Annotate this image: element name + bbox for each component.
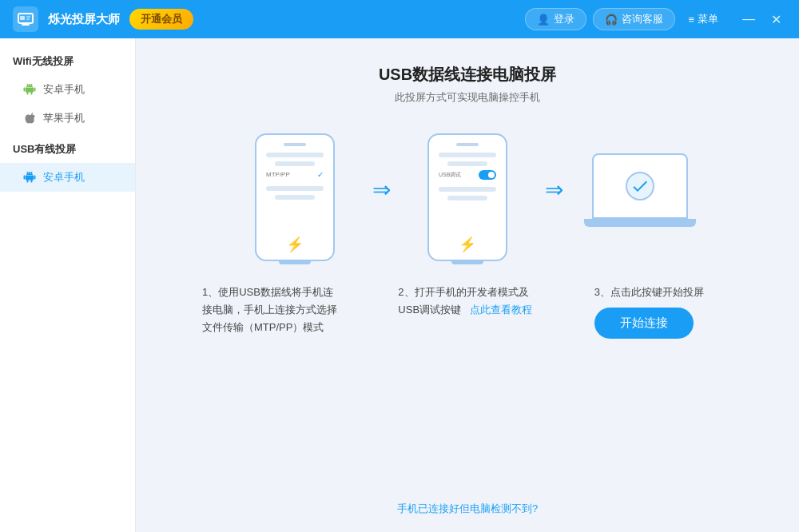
phone-line-5 xyxy=(439,153,496,157)
android-wifi-label: 安卓手机 xyxy=(43,82,85,97)
phone-speaker-2 xyxy=(456,143,479,146)
phone-mock-1: MTP/PP ✓ ⚡ xyxy=(255,133,335,261)
minimize-button[interactable]: — xyxy=(737,10,760,28)
phone-mock-2: USB调试 ⚡ xyxy=(427,133,507,261)
phone-line-6 xyxy=(447,161,487,166)
phone-toggle-row: USB调试 xyxy=(439,170,496,180)
step2-desc: 2、打开手机的开发者模式及USB调试按键 点此查看教程 xyxy=(392,284,543,319)
phone-check-icon: ✓ xyxy=(317,170,324,179)
sidebar-item-apple-wifi[interactable]: 苹果手机 xyxy=(0,104,135,133)
svg-rect-2 xyxy=(20,16,25,20)
window-controls: — ✕ xyxy=(737,10,786,29)
step1-diagram: MTP/PP ✓ ⚡ xyxy=(231,133,359,261)
phone-line-1 xyxy=(266,153,324,157)
phone-line-8 xyxy=(447,196,487,200)
phone-bottom-bar-1 xyxy=(279,261,311,264)
sidebar-item-android-wifi[interactable]: 安卓手机 xyxy=(0,75,135,104)
vip-button[interactable]: 开通会员 xyxy=(129,9,193,30)
phone-line-3 xyxy=(266,186,324,191)
toggle-circle xyxy=(488,172,495,178)
svg-rect-4 xyxy=(26,18,30,20)
phone-line-4 xyxy=(275,195,315,200)
menu-button[interactable]: ≡ 菜单 xyxy=(682,9,725,30)
right-arrow-icon-1: ⇒ xyxy=(372,177,391,203)
phone-speaker-1 xyxy=(284,143,306,146)
steps-row: MTP/PP ✓ ⚡ ⇒ xyxy=(231,133,704,261)
apple-icon xyxy=(22,111,37,125)
laptop-mock xyxy=(584,153,696,241)
android-icon-1 xyxy=(22,82,37,97)
step2-diagram: USB调试 ⚡ xyxy=(403,133,531,261)
content-subtitle: 此投屏方式可实现电脑操控手机 xyxy=(395,90,540,105)
usb-toggle xyxy=(479,170,496,180)
arrow-1: ⇒ xyxy=(359,177,403,203)
apple-wifi-label: 苹果手机 xyxy=(43,111,85,125)
android-icon-2 xyxy=(22,170,37,185)
right-arrow-icon-2: ⇒ xyxy=(545,177,563,203)
app-name: 烁光投屏大师 xyxy=(48,12,120,27)
usb-icon-1: ⚡ xyxy=(286,236,304,253)
phone-bottom-bar-2 xyxy=(451,261,483,264)
titlebar: 烁光投屏大师 开通会员 👤 登录 🎧 咨询客服 ≡ 菜单 — ✕ xyxy=(0,0,799,38)
phone-line-7 xyxy=(439,187,496,192)
usb-debug-label: USB调试 xyxy=(439,171,475,179)
svg-rect-3 xyxy=(26,16,30,18)
phone-option-row: MTP/PP ✓ xyxy=(266,170,324,179)
sidebar: Wifi无线投屏 安卓手机 苹果手机 USB有线投屏 xyxy=(0,38,136,532)
main-layout: Wifi无线投屏 安卓手机 苹果手机 USB有线投屏 xyxy=(0,38,799,532)
sidebar-item-android-usb[interactable]: 安卓手机 xyxy=(0,163,135,192)
steps-desc-row: 1、使用USB数据线将手机连接电脑，手机上连接方式选择文件传输（MTP/PP）模… xyxy=(196,284,739,339)
login-icon: 👤 xyxy=(537,14,550,26)
phone-line-2 xyxy=(275,161,315,166)
usb-section-title: USB有线投屏 xyxy=(0,133,135,163)
step3-desc: 3、点击此按键开始投屏 开始连接 xyxy=(588,284,739,339)
app-logo xyxy=(13,6,38,32)
android-usb-label: 安卓手机 xyxy=(43,170,85,185)
support-icon: 🎧 xyxy=(605,14,618,26)
svg-rect-1 xyxy=(22,24,30,26)
arrow-2: ⇒ xyxy=(531,177,576,203)
support-button[interactable]: 🎧 咨询客服 xyxy=(593,8,675,30)
step1-desc: 1、使用USB数据线将手机连接电脑，手机上连接方式选择文件传输（MTP/PP）模… xyxy=(196,284,347,336)
bottom-link[interactable]: 手机已连接好但电脑检测不到? xyxy=(397,489,538,516)
login-button[interactable]: 👤 登录 xyxy=(525,8,586,30)
laptop-screen xyxy=(592,153,688,219)
start-connect-button[interactable]: 开始连接 xyxy=(594,308,694,339)
step3-diagram xyxy=(576,153,704,241)
content-title: USB数据线连接电脑投屏 xyxy=(379,64,556,85)
content-area: USB数据线连接电脑投屏 此投屏方式可实现电脑操控手机 MTP/PP ✓ ⚡ xyxy=(136,38,799,532)
close-button[interactable]: ✕ xyxy=(766,10,786,29)
menu-icon: ≡ xyxy=(688,14,694,26)
wifi-section-title: Wifi无线投屏 xyxy=(0,51,135,75)
usb-icon-2: ⚡ xyxy=(459,236,476,253)
titlebar-right: 👤 登录 🎧 咨询客服 ≡ 菜单 — ✕ xyxy=(525,8,786,30)
phone-option-text: MTP/PP xyxy=(266,171,312,178)
laptop-check-circle xyxy=(626,172,654,200)
tutorial-link[interactable]: 点此查看教程 xyxy=(470,304,532,316)
laptop-base xyxy=(584,219,696,227)
